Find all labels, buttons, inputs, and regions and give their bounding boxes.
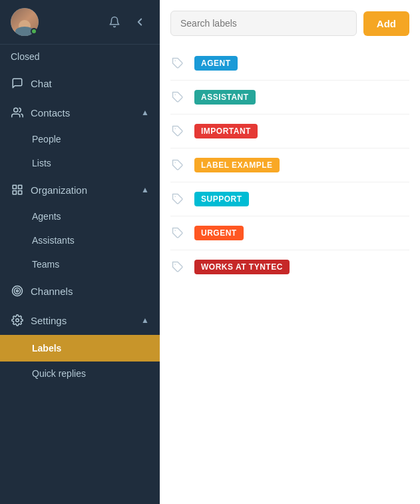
tag-icon xyxy=(170,125,185,137)
sidebar-header xyxy=(0,0,160,45)
sidebar-item-contacts-label: Contacts xyxy=(31,107,134,119)
svg-point-8 xyxy=(16,319,19,322)
tag-icon xyxy=(170,261,185,273)
label-badge: SUPPORT xyxy=(194,192,249,206)
sidebar-item-teams[interactable]: Teams xyxy=(0,252,160,276)
channels-icon xyxy=(11,284,24,298)
sidebar-item-quick-replies[interactable]: Quick replies xyxy=(0,362,160,385)
sidebar: Closed Chat Contacts ▲ xyxy=(0,0,160,504)
avatar[interactable] xyxy=(11,8,39,36)
label-row: SUPPORT xyxy=(170,182,409,216)
label-badge: LABEL EXAMPLE xyxy=(194,158,280,172)
tag-icon xyxy=(170,227,185,239)
sidebar-item-closed[interactable]: Closed xyxy=(0,45,160,69)
labels-list: AGENT ASSISTANT IMPORTANT xyxy=(170,47,409,284)
header-icons xyxy=(105,13,149,31)
contacts-icon xyxy=(11,106,24,119)
label-badge: ASSISTANT xyxy=(194,90,256,105)
sidebar-item-closed-label: Closed xyxy=(11,51,40,62)
main-content: Add AGENT ASSISTANT xyxy=(160,0,420,504)
label-badge: IMPORTANT xyxy=(194,124,258,138)
label-row: URGENT xyxy=(170,216,409,250)
organization-chevron-icon: ▲ xyxy=(141,185,149,194)
back-icon[interactable] xyxy=(130,13,149,31)
sidebar-item-quick-replies-label: Quick replies xyxy=(32,368,86,379)
notification-icon[interactable] xyxy=(105,13,124,31)
sidebar-item-agents-label: Agents xyxy=(32,211,61,222)
label-row: WORKS AT TYNTEC xyxy=(170,250,409,284)
organization-icon xyxy=(11,183,24,196)
tag-icon xyxy=(170,91,185,103)
tag-icon xyxy=(170,193,185,205)
search-input[interactable] xyxy=(170,11,357,36)
sidebar-nav: Closed Chat Contacts ▲ xyxy=(0,45,160,504)
sidebar-item-organization[interactable]: Organization ▲ xyxy=(0,175,160,204)
label-badge: URGENT xyxy=(194,226,244,240)
svg-rect-4 xyxy=(13,191,16,194)
sidebar-item-organization-label: Organization xyxy=(31,184,134,196)
sidebar-item-assistants[interactable]: Assistants xyxy=(0,228,160,252)
svg-point-0 xyxy=(14,108,18,112)
sidebar-item-labels-label: Labels xyxy=(32,343,61,354)
sidebar-item-agents[interactable]: Agents xyxy=(0,204,160,228)
svg-point-6 xyxy=(15,288,21,294)
label-row: IMPORTANT xyxy=(170,115,409,148)
svg-point-5 xyxy=(17,290,19,292)
settings-icon xyxy=(11,314,24,327)
sidebar-item-contacts[interactable]: Contacts ▲ xyxy=(0,98,160,127)
settings-chevron-icon: ▲ xyxy=(141,316,149,325)
tag-icon xyxy=(170,159,185,171)
sidebar-item-assistants-label: Assistants xyxy=(32,235,75,246)
contacts-chevron-icon: ▲ xyxy=(141,108,149,117)
label-row: LABEL EXAMPLE xyxy=(170,148,409,182)
label-row: AGENT xyxy=(170,47,409,81)
add-button[interactable]: Add xyxy=(363,11,409,36)
sidebar-item-settings[interactable]: Settings ▲ xyxy=(0,306,160,335)
label-row: ASSISTANT xyxy=(170,81,409,115)
sidebar-item-labels[interactable]: Labels xyxy=(0,335,160,362)
sidebar-item-people[interactable]: People xyxy=(0,127,160,151)
sidebar-item-lists[interactable]: Lists xyxy=(0,151,160,175)
sidebar-item-channels-label: Channels xyxy=(31,286,149,297)
search-bar-row: Add xyxy=(170,11,409,36)
sidebar-item-channels[interactable]: Channels xyxy=(0,276,160,306)
sidebar-item-chat-label: Chat xyxy=(31,78,149,89)
sidebar-item-people-label: People xyxy=(32,134,61,144)
sidebar-item-lists-label: Lists xyxy=(32,158,51,168)
svg-rect-2 xyxy=(19,185,22,188)
svg-rect-1 xyxy=(13,185,16,188)
sidebar-item-chat[interactable]: Chat xyxy=(0,69,160,98)
tag-icon xyxy=(170,57,185,69)
online-status-dot xyxy=(31,28,37,35)
svg-rect-3 xyxy=(19,191,22,194)
label-badge: AGENT xyxy=(194,56,238,71)
chat-icon xyxy=(11,77,24,90)
sidebar-item-settings-label: Settings xyxy=(31,315,134,326)
label-badge: WORKS AT TYNTEC xyxy=(194,260,290,274)
sidebar-item-teams-label: Teams xyxy=(32,259,59,270)
